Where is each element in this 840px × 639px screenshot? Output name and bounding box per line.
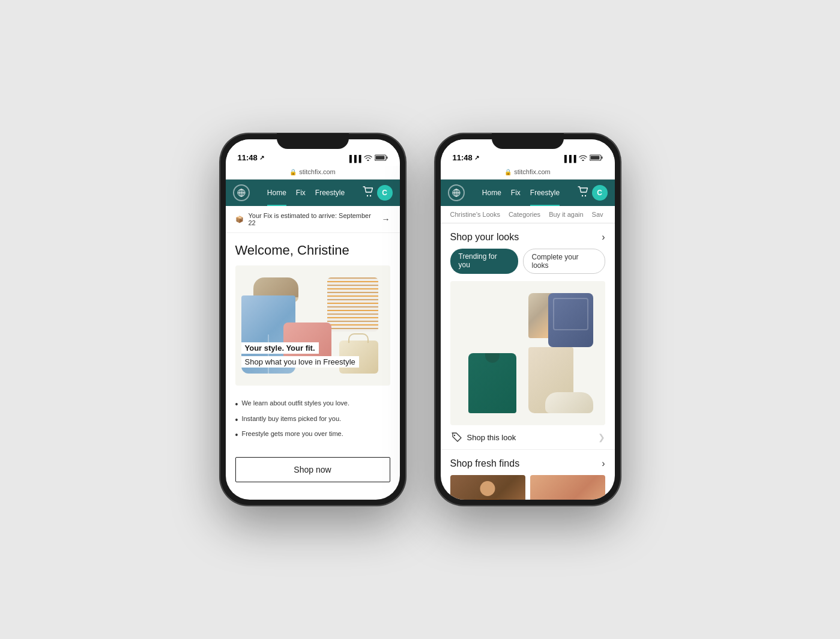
phone-1-status-icons: ▐▐▐	[347, 154, 387, 162]
shop-your-looks-header: Shop your looks ›	[441, 223, 615, 249]
p2-user-avatar[interactable]: C	[592, 185, 608, 201]
shop-now-button[interactable]: Shop now	[235, 457, 390, 482]
hero-overlay: Your style. Your fit. Shop what you love…	[241, 342, 384, 368]
delivery-banner[interactable]: 📦 Your Fix is estimated to arrive: Septe…	[226, 206, 400, 233]
phone-1-time: 11:48 ↗	[238, 153, 264, 162]
tab-buy-again[interactable]: Buy it again	[549, 206, 589, 223]
phone-2: 11:48 ↗ ▐▐▐ 🔒 stitchfix.com	[435, 133, 621, 506]
svg-rect-11	[590, 156, 599, 160]
p2-signal-icon: ▐▐▐	[562, 155, 576, 162]
outfit-shoes	[545, 392, 593, 413]
look-image	[450, 281, 605, 425]
phone-1-nav-links: Home Fix Freestyle	[250, 180, 363, 206]
bullet-1: •	[235, 399, 238, 411]
tab-christines-looks[interactable]: Christine's Looks	[450, 206, 506, 223]
find-card-items[interactable]	[530, 475, 605, 500]
p2-nav-freestyle[interactable]: Freestyle	[525, 180, 564, 206]
p2-nav-logo[interactable]	[448, 184, 465, 201]
cart-icon[interactable]	[363, 186, 373, 199]
phone-1-nav-bar: Home Fix Freestyle C	[226, 180, 400, 206]
tag-icon	[450, 431, 462, 443]
feature-item-1: • We learn about outfit styles you love.	[235, 399, 390, 411]
filter-pills: Trending for you Complete your looks	[441, 249, 615, 281]
svg-point-16	[581, 195, 582, 196]
battery-icon	[375, 154, 388, 162]
p2-cart-icon[interactable]	[578, 186, 588, 199]
p2-battery-icon	[590, 154, 603, 162]
finds-grid	[441, 475, 615, 500]
fresh-finds-arrow[interactable]: ›	[602, 458, 605, 469]
p2-nav-home[interactable]: Home	[477, 180, 506, 206]
signal-icon: ▐▐▐	[347, 155, 361, 162]
tab-saved[interactable]: Sav	[592, 206, 609, 223]
phone-2-time: 11:48 ↗	[453, 153, 479, 162]
phone-1-screen: 11:48 ↗ ▐▐▐ 🔒 stitchfix.com	[226, 139, 400, 500]
feature-item-2: • Instantly buy items picked for you.	[235, 414, 390, 426]
shop-this-look-label: Shop this look	[467, 433, 516, 442]
tab-categories[interactable]: Categories	[509, 206, 546, 223]
shop-look-chevron: ❯	[598, 432, 605, 442]
wifi-icon	[364, 155, 372, 162]
tabs-bar: Christine's Looks Categories Buy it agai…	[441, 206, 615, 223]
phone-2-url-bar[interactable]: 🔒 stitchfix.com	[441, 166, 615, 180]
phone-2-content[interactable]: Christine's Looks Categories Buy it agai…	[441, 206, 615, 500]
pill-trending[interactable]: Trending for you	[450, 249, 518, 274]
phone-1-url-bar[interactable]: 🔒 stitchfix.com	[226, 166, 400, 180]
svg-rect-10	[601, 157, 602, 159]
phone-2-nav-bar: Home Fix Freestyle C	[441, 180, 615, 206]
phone-1-notch	[277, 133, 349, 149]
p2-lock-icon: 🔒	[504, 169, 512, 175]
feature-item-3: • Freestyle gets more you over time.	[235, 429, 390, 441]
striped-item	[327, 277, 378, 332]
pill-complete[interactable]: Complete your looks	[523, 249, 605, 274]
delivery-text: Your Fix is estimated to arrive: Septemb…	[249, 212, 377, 226]
phone-1-nav-right: C	[363, 185, 393, 201]
svg-point-8	[369, 195, 370, 196]
phone-2-nav-right: C	[578, 185, 608, 201]
svg-rect-2	[375, 156, 384, 160]
url-text: stitchfix.com	[299, 168, 336, 175]
svg-point-17	[584, 195, 585, 196]
phone-1-location-icon: ↗	[259, 154, 264, 161]
phone-1: 11:48 ↗ ▐▐▐ 🔒 stitchfix.com	[220, 133, 406, 506]
hero-line1: Your style. Your fit.	[241, 342, 319, 354]
hero-line2: Shop what you love in Freestyle	[241, 356, 359, 368]
p2-nav-fix[interactable]: Fix	[506, 180, 525, 206]
shop-your-looks-title: Shop your looks	[450, 232, 519, 243]
phone-2-notch	[492, 133, 564, 149]
welcome-section: Welcome, Christine Your style. Your fit.	[226, 233, 400, 386]
shop-this-look-left[interactable]: Shop this look	[450, 431, 516, 443]
phone-1-content[interactable]: 📦 Your Fix is estimated to arrive: Septe…	[226, 206, 400, 500]
svg-rect-1	[386, 157, 387, 159]
svg-point-18	[453, 435, 455, 436]
nav-fix[interactable]: Fix	[291, 180, 310, 206]
nav-freestyle[interactable]: Freestyle	[310, 180, 349, 206]
find-card-person[interactable]	[450, 475, 525, 500]
user-avatar[interactable]: C	[377, 185, 393, 201]
features-list: • We learn about outfit styles you love.…	[226, 393, 400, 451]
bullet-2: •	[235, 414, 238, 426]
phone-2-nav-links: Home Fix Freestyle	[465, 180, 578, 206]
phone-2-status-icons: ▐▐▐	[562, 154, 602, 162]
shop-this-look-row[interactable]: Shop this look ❯	[441, 425, 615, 450]
shop-your-looks-arrow[interactable]: ›	[602, 232, 605, 243]
outfit-hoodie	[468, 353, 516, 413]
p2-wifi-icon	[579, 155, 587, 162]
welcome-title: Welcome, Christine	[235, 243, 390, 258]
phone-2-location-icon: ↗	[474, 154, 479, 161]
nav-home[interactable]: Home	[262, 180, 291, 206]
delivery-arrow: →	[382, 214, 390, 224]
p2-url-text: stitchfix.com	[514, 168, 551, 175]
nav-logo[interactable]	[233, 184, 250, 201]
lock-icon: 🔒	[289, 169, 297, 175]
bullet-3: •	[235, 429, 238, 441]
svg-point-7	[366, 195, 367, 196]
phone-2-screen: 11:48 ↗ ▐▐▐ 🔒 stitchfix.com	[441, 139, 615, 500]
fresh-finds-title: Shop fresh finds	[450, 458, 520, 469]
shop-fresh-finds-header: Shop fresh finds ›	[441, 450, 615, 475]
package-icon: 📦	[235, 216, 244, 223]
hero-image: Your style. Your fit. Shop what you love…	[235, 265, 390, 386]
outfit-backpack	[548, 293, 593, 347]
